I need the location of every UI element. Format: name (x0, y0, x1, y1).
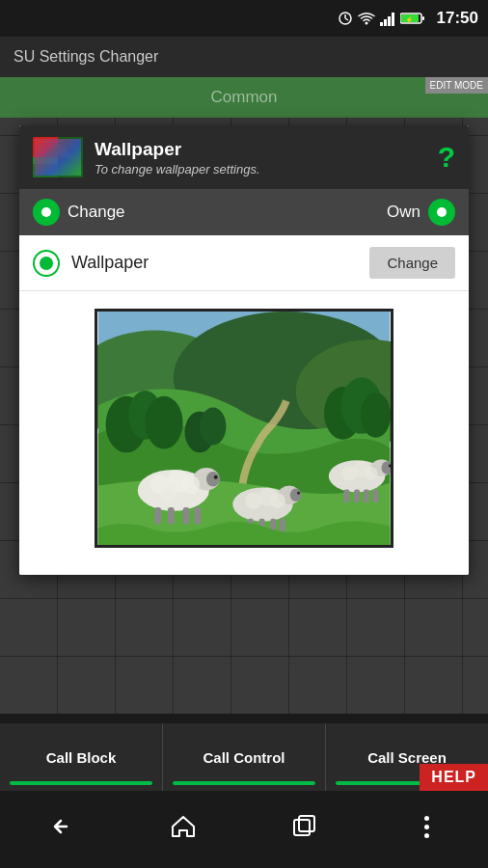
svg-point-44 (297, 492, 300, 495)
wallpaper-change-button[interactable]: Change (369, 247, 455, 279)
back-button[interactable] (32, 805, 90, 848)
card-header: Wallpaper To change wallpaper settings. … (19, 125, 469, 189)
svg-point-32 (214, 475, 218, 479)
change-toggle-label: Change (68, 203, 125, 222)
call-control-button[interactable]: Call Control (163, 723, 326, 791)
help-badge[interactable]: HELP (420, 764, 488, 791)
bg-common-tab: Common EDIT MODE (0, 77, 488, 118)
svg-rect-48 (280, 519, 285, 532)
wifi-icon (358, 12, 375, 25)
svg-point-26 (361, 393, 391, 438)
svg-rect-12 (33, 137, 58, 157)
svg-point-43 (290, 488, 302, 502)
svg-marker-15 (42, 142, 73, 157)
change-toggle[interactable]: Change (33, 199, 125, 226)
card-header-text: Wallpaper To change wallpaper settings. (95, 139, 426, 176)
back-icon (47, 815, 74, 838)
recent-apps-button[interactable] (276, 805, 334, 848)
svg-rect-16 (33, 164, 83, 177)
wallpaper-preview-area (19, 291, 469, 575)
call-block-bar (10, 781, 152, 785)
nav-bar (0, 791, 488, 868)
home-button[interactable] (154, 805, 212, 848)
own-toggle-inner (437, 207, 447, 217)
own-toggle-circle[interactable] (428, 199, 455, 226)
signal-icon (380, 11, 395, 26)
call-control-bar (173, 781, 315, 785)
dialog-subtitle: To change wallpaper settings. (95, 162, 426, 176)
change-toggle-circle[interactable] (33, 199, 60, 226)
svg-rect-36 (194, 507, 201, 525)
change-toggle-inner (41, 207, 51, 217)
svg-point-23 (146, 396, 183, 449)
home-icon (170, 813, 197, 840)
wallpaper-label: Wallpaper (71, 253, 149, 273)
call-screen-label: Call Screen (367, 749, 447, 766)
svg-rect-4 (384, 19, 387, 26)
dialog-title: Wallpaper (95, 139, 426, 160)
svg-rect-56 (343, 489, 349, 502)
svg-rect-11 (33, 137, 83, 177)
landscape-image (97, 312, 391, 545)
app-header: SU Settings Changer (0, 37, 488, 77)
wallpaper-frame (95, 309, 393, 548)
alarm-icon (338, 11, 353, 26)
svg-line-2 (345, 18, 348, 20)
own-toggle-label: Own (387, 203, 420, 222)
svg-rect-57 (354, 489, 360, 502)
svg-rect-64 (299, 816, 314, 831)
three-dots-icon (424, 816, 429, 838)
edit-mode-badge: EDIT MODE (425, 77, 488, 94)
call-control-label: Call Control (203, 749, 285, 766)
svg-rect-6 (392, 13, 394, 26)
svg-rect-5 (388, 16, 391, 26)
status-bar: ⚡ 17:50 (0, 0, 488, 37)
svg-point-62 (365, 467, 378, 480)
battery-icon: ⚡ (400, 12, 425, 25)
svg-rect-33 (154, 507, 161, 525)
svg-rect-34 (168, 507, 175, 525)
bottom-buttons-row: Call Block Call Control Call Screen (0, 723, 488, 791)
wallpaper-row: Wallpaper Change (19, 235, 469, 291)
svg-rect-59 (373, 489, 379, 502)
svg-point-28 (200, 408, 226, 446)
svg-rect-58 (364, 489, 369, 502)
recent-apps-icon (292, 814, 317, 839)
svg-rect-9 (422, 16, 424, 20)
help-question-icon[interactable]: ? (438, 141, 455, 174)
svg-point-39 (181, 475, 201, 495)
svg-rect-63 (294, 820, 310, 835)
svg-rect-3 (380, 22, 383, 26)
svg-rect-35 (183, 507, 190, 525)
wallpaper-radio-inner (40, 257, 53, 270)
svg-point-31 (206, 472, 220, 487)
own-toggle[interactable]: Own (387, 199, 455, 226)
status-time: 17:50 (437, 9, 478, 28)
svg-point-51 (270, 493, 285, 508)
wallpaper-radio[interactable] (33, 250, 60, 277)
call-block-label: Call Block (46, 749, 117, 766)
toggle-row: Change Own (19, 189, 469, 235)
svg-rect-13 (33, 157, 58, 177)
wallpaper-icon (33, 137, 83, 177)
svg-point-40 (160, 486, 177, 503)
svg-text:⚡: ⚡ (405, 15, 414, 24)
app-title-label: SU Settings Changer (14, 48, 158, 66)
status-icons: ⚡ (338, 11, 425, 26)
call-block-button[interactable]: Call Block (0, 723, 163, 791)
main-background: Common EDIT MODE (0, 77, 488, 714)
wallpaper-row-left: Wallpaper (33, 250, 149, 277)
wallpaper-dialog: Wallpaper To change wallpaper settings. … (19, 125, 469, 575)
svg-rect-14 (58, 137, 83, 177)
menu-button[interactable] (398, 805, 456, 848)
